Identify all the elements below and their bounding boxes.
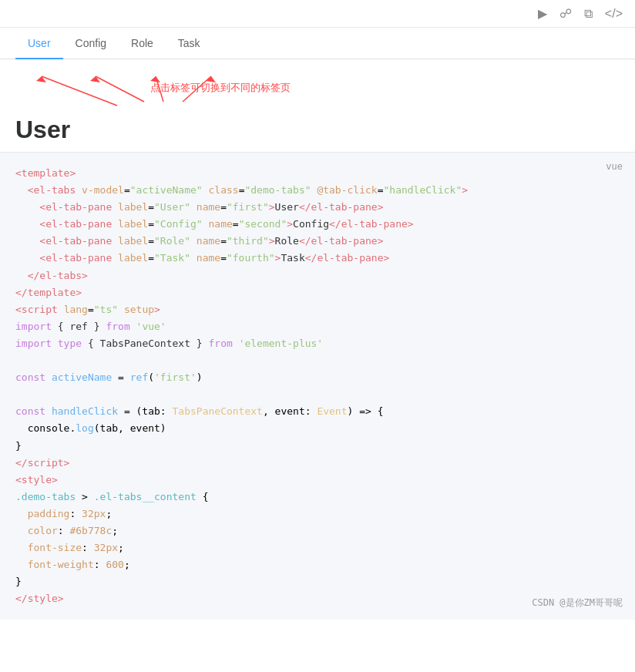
code-line-22: color: #6b778c;: [15, 522, 620, 539]
bookmark-icon[interactable]: ☍: [559, 6, 572, 21]
code-area: vue <template> <el-tabs v-model="activeN…: [0, 152, 635, 620]
annotation-text: 点击标签可切换到不同的标签页: [150, 81, 291, 95]
code-line-17: }: [15, 438, 620, 455]
tab-user[interactable]: User: [15, 28, 63, 59]
preview-area: User Config Role Task 点击标签可切换到不同的标签页 Use…: [0, 28, 635, 152]
user-content-display: User: [15, 116, 70, 144]
annotation-arrows-svg: [0, 59, 635, 152]
code-line-18: </script>: [15, 455, 620, 472]
csdn-watermark: CSDN @是你ZM哥哥呢: [532, 595, 623, 610]
code-line-14: [15, 386, 620, 403]
code-line-10: import { ref } from 'vue': [15, 318, 620, 335]
code-line-21: padding: 32px;: [15, 506, 620, 522]
annotation-area: 点击标签可切换到不同的标签页 User: [0, 59, 635, 152]
code-line-15: const handleClick = (tab: TabsPaneContex…: [15, 403, 620, 420]
code-line-9: <script lang="ts" setup>: [15, 301, 620, 318]
code-line-19: <style>: [15, 472, 620, 489]
code-line-5: <el-tab-pane label="Role" name="third">R…: [15, 233, 620, 250]
code-line-6: <el-tab-pane label="Task" name="fourth">…: [15, 250, 620, 267]
play-icon[interactable]: ▶: [538, 6, 547, 21]
code-line-11: import type { TabsPaneContext } from 'el…: [15, 335, 620, 352]
code-line-25: }: [15, 573, 620, 590]
tab-config[interactable]: Config: [63, 28, 119, 59]
code-line-8: </template>: [15, 284, 620, 301]
svg-marker-1: [36, 76, 46, 82]
code-line-16: console.log(tab, event): [15, 420, 620, 437]
svg-line-2: [96, 76, 144, 102]
tab-task[interactable]: Task: [166, 28, 213, 59]
code-line-3: <el-tab-pane label="User" name="first">U…: [15, 199, 620, 216]
code-line-7: </el-tabs>: [15, 267, 620, 284]
code-line-23: font-size: 32px;: [15, 539, 620, 556]
code-line-4: <el-tab-pane label="Config" name="second…: [15, 216, 620, 233]
code-line-2: <el-tabs v-model="activeName" class="dem…: [15, 182, 620, 199]
code-line-24: font-weight: 600;: [15, 556, 620, 573]
code-line-12: [15, 352, 620, 369]
code-line-13: const activeName = ref('first'): [15, 369, 620, 386]
code-icon[interactable]: </>: [605, 7, 623, 21]
svg-marker-3: [90, 76, 100, 82]
tab-role[interactable]: Role: [119, 28, 166, 59]
code-line-26: </style>: [15, 590, 620, 607]
copy-icon[interactable]: ⧉: [584, 7, 593, 21]
vue-label: vue: [606, 159, 623, 174]
svg-line-0: [42, 76, 117, 106]
top-toolbar: ▶ ☍ ⧉ </>: [0, 0, 635, 28]
tabs-container: User Config Role Task: [0, 28, 635, 59]
code-line-20: .demo-tabs > .el-tabs__content {: [15, 489, 620, 506]
code-line-1: <template>: [15, 165, 620, 182]
